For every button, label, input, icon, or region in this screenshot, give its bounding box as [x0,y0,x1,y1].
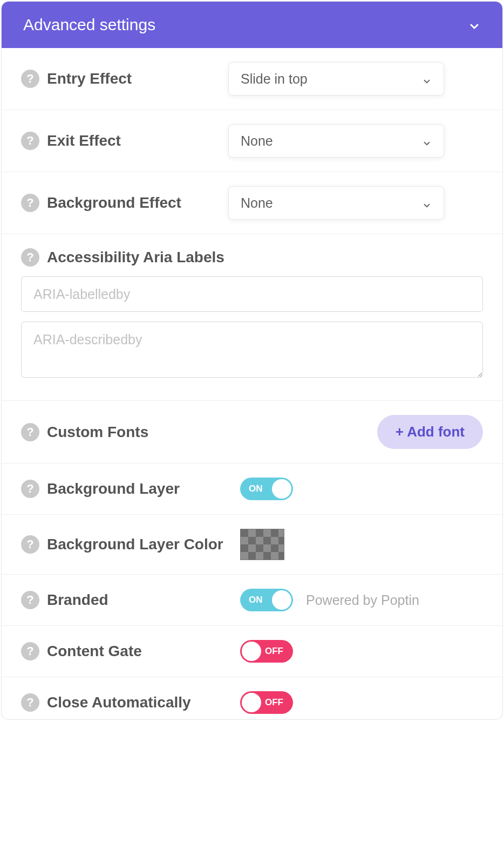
help-icon[interactable]: ? [21,642,39,660]
content-gate-label: Content Gate [47,643,142,660]
row-branded: ? Branded ON Powered by Poptin [2,575,502,626]
background-effect-label: Background Effect [47,194,181,212]
advanced-settings-panel: Advanced settings ? Entry Effect Slide i… [1,1,503,720]
row-background-layer-color: ? Background Layer Color [2,515,502,575]
help-icon[interactable]: ? [21,132,39,150]
background-layer-color-label: Background Layer Color [47,534,223,555]
row-close-automatically: ? Close Automatically OFF [2,677,502,719]
panel-header[interactable]: Advanced settings [2,2,502,48]
entry-effect-label: Entry Effect [47,70,132,87]
custom-fonts-label: Custom Fonts [47,424,148,441]
background-effect-value: None [241,195,273,211]
row-background-effect: ? Background Effect None [2,172,502,234]
branded-label: Branded [47,591,108,609]
exit-effect-label: Exit Effect [47,132,121,149]
toggle-knob [242,693,261,712]
help-icon[interactable]: ? [21,591,39,609]
background-layer-label: Background Layer [47,480,180,498]
row-entry-effect: ? Entry Effect Slide in top [2,48,502,110]
help-icon[interactable]: ? [21,535,39,554]
add-font-button[interactable]: + Add font [377,415,483,449]
row-exit-effect: ? Exit Effect None [2,110,502,172]
toggle-label: OFF [265,646,283,657]
chevron-down-icon [422,198,432,208]
close-automatically-toggle[interactable]: OFF [240,691,293,714]
toggle-label: OFF [265,697,283,708]
toggle-label: ON [249,483,263,494]
branded-toggle[interactable]: ON [240,589,293,611]
chevron-down-icon [468,18,481,31]
background-effect-select[interactable]: None [228,186,444,220]
row-background-layer: ? Background Layer ON [2,464,502,515]
help-icon[interactable]: ? [21,194,39,212]
aria-describedby-input[interactable] [21,322,483,378]
toggle-knob [272,590,291,610]
toggle-label: ON [249,595,263,605]
help-icon[interactable]: ? [21,693,39,712]
help-icon[interactable]: ? [21,480,39,498]
panel-title: Advanced settings [23,16,155,34]
close-automatically-label: Close Automatically [47,694,191,711]
chevron-down-icon [422,136,432,146]
branded-caption: Powered by Poptin [306,592,419,608]
entry-effect-select[interactable]: Slide in top [228,62,444,96]
help-icon[interactable]: ? [21,423,39,441]
help-icon[interactable]: ? [21,248,39,267]
aria-labelledby-input[interactable] [21,276,483,312]
toggle-knob [272,479,291,499]
help-icon[interactable]: ? [21,70,39,88]
accessibility-label: Accessibility Aria Labels [47,249,224,266]
entry-effect-value: Slide in top [241,71,308,87]
row-content-gate: ? Content Gate OFF [2,626,502,677]
row-accessibility: ? Accessibility Aria Labels [2,234,502,401]
background-layer-toggle[interactable]: ON [240,478,293,500]
exit-effect-value: None [241,133,273,149]
row-custom-fonts: ? Custom Fonts + Add font [2,401,502,464]
exit-effect-select[interactable]: None [228,124,444,158]
toggle-knob [242,642,261,661]
background-layer-color-swatch[interactable] [240,529,284,560]
content-gate-toggle[interactable]: OFF [240,640,293,663]
chevron-down-icon [422,74,432,84]
